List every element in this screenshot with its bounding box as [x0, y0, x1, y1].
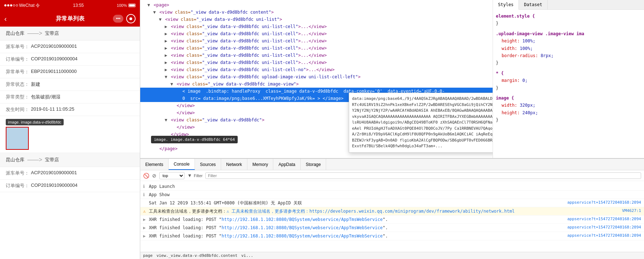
- console-content: ℹ App Launch ℹ App Show Sat Jan 12 2019 …: [140, 181, 644, 252]
- nav-actions: ••• ⏺: [113, 14, 136, 23]
- info-icon: ▶: [143, 225, 149, 231]
- field2-row-1: 订单编号： COP20190109000004: [0, 180, 140, 192]
- tab-appdata[interactable]: AppData: [273, 159, 301, 170]
- tab-console[interactable]: Console: [169, 159, 195, 170]
- dom-attr-value: "_view data-v-d9d8bfdc uni-list-cell": [202, 24, 298, 29]
- battery-icon: [128, 4, 136, 7]
- dom-line[interactable]: ▼ <page>: [140, 1, 493, 9]
- expand-icon[interactable]: ▶: [165, 66, 168, 73]
- dom-attr-value: "_view data-v-d9d8bfdc uni-list-cell": [202, 31, 298, 36]
- collapse-icon[interactable]: ▼: [153, 9, 157, 15]
- dom-tag-close: >...</view>: [298, 53, 326, 58]
- field-label-1: 订单编号：: [6, 56, 31, 63]
- expand-icon[interactable]: ▶: [165, 31, 168, 37]
- dom-attr-value: "_view data-v-d9d8bfdc": [202, 117, 262, 122]
- console-text: App Show: [149, 191, 641, 198]
- css-brace: }: [496, 85, 498, 91]
- console-filter-input[interactable]: [205, 172, 641, 179]
- no-icon: [165, 131, 168, 138]
- dom-tag: </view>: [177, 110, 195, 115]
- breadcrumb-vi[interactable]: vi...: [241, 253, 253, 258]
- dom-line[interactable]: ▶ <view class="_view data-v-d9d8bfdc uni…: [140, 30, 493, 37]
- dom-attr-value: "_view data-v-d9d8bfdc uni-list": [196, 17, 279, 22]
- collapse-icon[interactable]: ▼: [147, 2, 151, 8]
- dom-tag-close: >: [296, 82, 299, 87]
- dom-line[interactable]: ▶ <view class="_view data-v-d9d8bfdc uni…: [140, 59, 493, 66]
- dom-attr-name: class=: [175, 10, 191, 15]
- tab-storage[interactable]: Storage: [301, 159, 326, 170]
- tab-network[interactable]: Network: [221, 159, 247, 170]
- back-button[interactable]: ‹: [4, 15, 7, 23]
- tab-memory[interactable]: Memory: [247, 159, 273, 170]
- css-property: width: 320px;: [496, 103, 535, 108]
- dom-line[interactable]: ▼ <view class="_view data-v-d9d8bfdc ima…: [140, 80, 493, 88]
- dom-attr-value: "_view data-v-d9d8bfdc uni-list-cell": [202, 60, 298, 65]
- dom-line[interactable]: ▼ <view class="_view data-v-d9d8bfdc uni…: [140, 16, 493, 23]
- field-value-0: ACP20190109000001: [31, 43, 77, 50]
- tab-dataset[interactable]: Dataset: [519, 0, 548, 9]
- console-row-warning: ⚠ 工具未检查合法域名，更多请参考文档：⚠ 工具未检查合法域名，更多请参考文档：…: [140, 207, 644, 216]
- battery-fill: [129, 4, 135, 6]
- level-chevron[interactable]: ▼: [187, 173, 191, 178]
- dom-line[interactable]: ▶ <view class="_view data-v-d9d8bfdc uni…: [140, 45, 493, 52]
- tab-styles[interactable]: Styles: [493, 0, 519, 10]
- field-label-0: 派车单号：: [6, 43, 31, 50]
- dom-attr-value: "_view data-v-d9d8bfdc upload-image-view…: [202, 74, 358, 79]
- expand-icon[interactable]: ▶: [165, 59, 168, 66]
- dom-tag: </page>: [159, 146, 178, 151]
- devtools-top: ▼ <page> ▼ <view class="_view data-v-d9d…: [140, 0, 644, 158]
- dom-tag-close: >: [358, 74, 360, 79]
- collapse-icon[interactable]: ▼: [165, 74, 168, 80]
- expand-icon[interactable]: ▶: [165, 23, 168, 30]
- filter-label: Filter: [194, 174, 202, 178]
- breadcrumb-view[interactable]: view._view.data-v-d9d8bfdc.content: [156, 253, 237, 258]
- console-vm: VM4627:1: [622, 208, 641, 214]
- breadcrumb-page[interactable]: page: [143, 253, 153, 258]
- collapse-icon[interactable]: ▼: [159, 16, 163, 23]
- status-dots: [4, 4, 18, 6]
- dom-tag-close: >...</view>: [298, 38, 326, 43]
- css-value: 8rpx;: [540, 53, 553, 58]
- warning-link[interactable]: ⚠ 工具未检查合法域名，更多请参考文档：https://developers.w…: [227, 209, 515, 214]
- filter-icon[interactable]: ⊘: [152, 173, 156, 179]
- route-section-1: 昆山仓库 ——> 宝带店: [0, 27, 140, 41]
- xhr-link-3[interactable]: http://192.168.1.102:8080/BQSystem/webse…: [221, 233, 383, 239]
- css-value: 240px;: [522, 110, 538, 115]
- collapse-icon[interactable]: ▼: [170, 81, 174, 87]
- tab-elements[interactable]: Elements: [140, 159, 169, 170]
- expand-icon[interactable]: ▶: [165, 45, 168, 51]
- css-property: margin: 0;: [496, 78, 527, 83]
- more-button[interactable]: •••: [113, 15, 123, 23]
- info-icon: ℹ: [143, 191, 149, 198]
- dom-line[interactable]: ▶ <view class="_view data-v-d9d8bfdc uni…: [140, 52, 493, 59]
- record-button[interactable]: ⏺: [126, 14, 136, 23]
- dom-line[interactable]: ▼ <view class="_view data-v-d9d8bfdc upl…: [140, 73, 493, 80]
- dom-line[interactable]: ▼ <view class="_view data-v-d9d8bfdc con…: [140, 9, 493, 16]
- log-level-select[interactable]: top verbose info warning error: [159, 172, 184, 179]
- expand-icon[interactable]: ▶: [165, 52, 168, 59]
- dom-attr-name: class=: [192, 82, 208, 87]
- dom-line[interactable]: ▶ <view class="_view data-v-d9d8bfdc uni…: [140, 23, 493, 30]
- ban-icon[interactable]: 🚫: [143, 173, 149, 179]
- route-from-2: 昆山仓库: [6, 157, 24, 163]
- route-to-2: 宝带店: [45, 157, 59, 163]
- console-text: App Launch: [149, 183, 641, 190]
- field-row-2: 异常单号： EBP20190111000000: [0, 66, 140, 78]
- dom-line[interactable]: ▶ <view class="_view data-v-d9d8bfdc uni…: [140, 37, 493, 45]
- expand-icon[interactable]: ▶: [165, 38, 168, 44]
- dom-line[interactable]: ▶ <view class="_view data-v-d9d8bfdc uni…: [140, 66, 493, 73]
- page-title: 异常单列表: [56, 15, 85, 23]
- tab-sources[interactable]: Sources: [195, 159, 221, 170]
- xhr-link-1[interactable]: http://192.168.1.102:8080/BQSystem/webse…: [221, 217, 383, 222]
- dom-tag: </view>: [171, 132, 189, 137]
- dom-attr-value: "_view data-v-d9d8bfdc uni-list-cell": [202, 53, 298, 58]
- console-row-timestamp: Sat Jan 12 2019 13:55:41 GMT+0800 (中国标准时…: [140, 199, 644, 207]
- collapse-icon[interactable]: ▼: [165, 117, 168, 123]
- xhr-link-2[interactable]: http://192.168.1.102:8080/BQSystem/webse…: [221, 225, 383, 230]
- dot5: [16, 4, 18, 6]
- console-text: Sat Jan 12 2019 13:55:41 GMT+0800 (中国标准时…: [149, 200, 565, 206]
- field-label-5: 发生时间：: [6, 106, 31, 113]
- css-selector: image {: [496, 96, 514, 101]
- phone-content: 昆山仓库 ——> 宝带店 派车单号： ACP20190109000001 订单编…: [0, 27, 140, 259]
- css-brace: }: [496, 60, 498, 65]
